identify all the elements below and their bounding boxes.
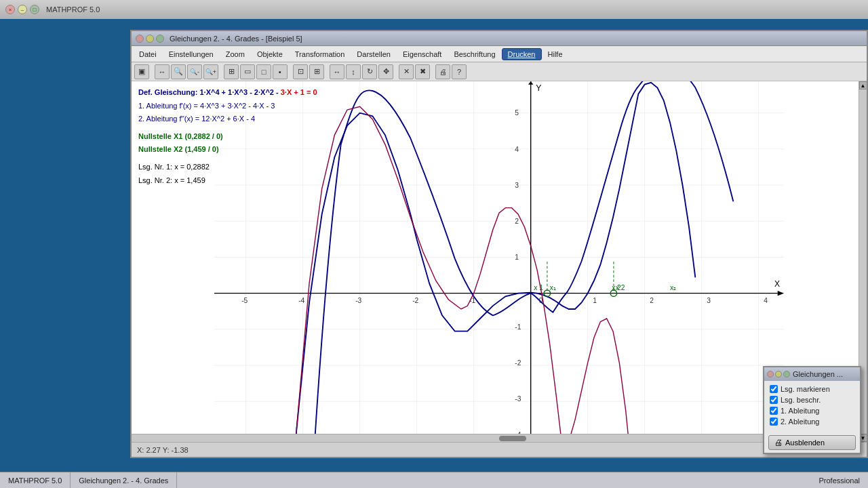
equation-abl2: 2. Ableitung f''(x) = 12·X^2 + 6·X - 4 xyxy=(138,113,317,125)
menu-zoom[interactable]: Zoom xyxy=(220,48,251,60)
tool-rotate[interactable]: ↻ xyxy=(362,64,377,79)
svg-text:x₂: x₂ xyxy=(670,284,676,291)
scrollbar-thumb[interactable] xyxy=(499,436,526,441)
menu-darstellen[interactable]: Darstellen xyxy=(351,48,397,60)
svg-text:-3: -3 xyxy=(515,395,521,403)
inner-window: Gleichungen 2. - 4. Grades - [Beispiel 5… xyxy=(130,30,868,458)
svg-text:2: 2 xyxy=(515,218,519,225)
tool-box2[interactable]: ▪ xyxy=(273,64,288,79)
tool-zoom-reset[interactable]: 🔍+ xyxy=(203,64,218,79)
checkbox-lsg-beschr[interactable]: Lsg. beschr. xyxy=(770,396,854,404)
svg-text:x 2: x 2 xyxy=(612,284,621,291)
lsg1: Lsg. Nr. 1: x = 0,2882 xyxy=(138,161,317,174)
graph-area: X Y -5 -4 -3 -2 -1 0 1 2 3 4 5 4 3 2 1 -… xyxy=(132,81,867,442)
abl1-label: 1. Ableitung xyxy=(781,407,820,415)
tool-zoom-in[interactable]: 🔍 xyxy=(171,64,186,79)
toolbar: ▣ ↔ 🔍 🔍- 🔍+ ⊞ ▭ □ ▪ ⊡ ⊞ ↔ ↕ ↻ ✥ ✕ ✖ 🖨 ? xyxy=(132,62,867,81)
checkbox-lsg-markieren[interactable]: Lsg. markieren xyxy=(770,385,854,393)
menu-einstellungen[interactable]: Einstellungen xyxy=(163,48,220,60)
lsg-beschr-checkbox[interactable] xyxy=(770,396,778,404)
tool-paste[interactable]: ⊞ xyxy=(309,64,324,79)
inner-max-btn[interactable] xyxy=(156,35,164,43)
tool-select[interactable]: ▣ xyxy=(134,64,149,79)
menu-bar: Datei Einstellungen Zoom Objekte Transfo… xyxy=(132,46,867,62)
inner-min-btn[interactable] xyxy=(146,35,154,43)
app-window-controls[interactable]: × – □ xyxy=(5,5,39,14)
gleichungen-panel: Gleichungen ... Lsg. markieren Lsg. besc… xyxy=(763,366,861,454)
checkbox-1-ableitung[interactable]: 1. Ableitung xyxy=(770,407,854,415)
tool-arrow[interactable]: ↔ xyxy=(155,64,170,79)
tool-flip-v[interactable]: ↕ xyxy=(346,64,361,79)
svg-text:-5: -5 xyxy=(241,297,248,304)
svg-text:x 1: x 1 xyxy=(534,284,543,291)
panel-controls[interactable] xyxy=(767,371,790,378)
menu-datei[interactable]: Datei xyxy=(133,48,163,60)
status-module-name: Gleichungen 2. - 4. Grades xyxy=(71,472,177,488)
menu-drucken[interactable]: Drucken xyxy=(502,48,542,60)
abl2-checkbox[interactable] xyxy=(770,418,778,426)
svg-text:X: X xyxy=(774,279,780,289)
svg-text:3: 3 xyxy=(515,182,519,189)
inner-window-controls[interactable] xyxy=(136,35,164,43)
graph-canvas: X Y -5 -4 -3 -2 -1 0 1 2 3 4 5 4 3 2 1 -… xyxy=(132,81,867,442)
abl1-checkbox[interactable] xyxy=(770,407,778,415)
tool-box1[interactable]: □ xyxy=(256,64,271,79)
lsg-markieren-checkbox[interactable] xyxy=(770,385,778,393)
module-label: Gleichungen 2. - 4. Grades xyxy=(79,476,168,485)
menu-eigenschaft[interactable]: Eigenschaft xyxy=(397,48,448,60)
svg-text:-4: -4 xyxy=(298,297,304,304)
status-edition: Professional xyxy=(810,472,868,488)
inner-close-btn[interactable] xyxy=(136,35,144,43)
tool-grid[interactable]: ⊞ xyxy=(224,64,239,79)
nullstelle-x1: Nullstelle X1 (0,2882 / 0) xyxy=(138,131,317,143)
panel-content: Lsg. markieren Lsg. beschr. 1. Ableitung… xyxy=(764,381,860,432)
edition-label: Professional xyxy=(818,476,860,485)
svg-text:4: 4 xyxy=(764,297,768,304)
menu-transformation[interactable]: Transformation xyxy=(289,48,351,60)
coords-display: X: 2.27 Y: -1.38 xyxy=(137,446,189,454)
svg-text:-1: -1 xyxy=(515,323,521,331)
lsg-markieren-label: Lsg. markieren xyxy=(781,385,830,393)
app-title: MATHPROF 5.0 xyxy=(46,5,100,14)
max-btn[interactable]: □ xyxy=(30,5,39,14)
menu-hilfe[interactable]: Hilfe xyxy=(542,48,569,60)
svg-text:3: 3 xyxy=(707,297,711,304)
close-btn[interactable]: × xyxy=(5,5,15,14)
tool-flip-h[interactable]: ↔ xyxy=(330,64,344,79)
left-sidebar xyxy=(0,30,130,458)
equation-abl1: 1. Ableitung f'(x) = 4·X^3 + 3·X^2 - 4·X… xyxy=(138,100,317,113)
svg-text:4: 4 xyxy=(515,146,519,153)
menu-objekte[interactable]: Objekte xyxy=(251,48,289,60)
tool-move[interactable]: ✥ xyxy=(378,64,393,79)
scroll-up-btn[interactable]: ▲ xyxy=(859,81,867,89)
tool-copy[interactable]: ⊡ xyxy=(293,64,308,79)
tool-frame[interactable]: ▭ xyxy=(240,64,255,79)
tool-delete2[interactable]: ✖ xyxy=(415,64,430,79)
tool-delete1[interactable]: ✕ xyxy=(399,64,414,79)
svg-text:Y: Y xyxy=(536,83,541,93)
abl2-label: 2. Ableitung xyxy=(781,418,820,426)
lsg-beschr-label: Lsg. beschr. xyxy=(781,396,821,404)
svg-text:-2: -2 xyxy=(412,297,418,304)
inner-window-title: Gleichungen 2. - 4. Grades - [Beispiel 5… xyxy=(170,35,302,43)
min-btn[interactable]: – xyxy=(18,5,27,14)
panel-max-btn[interactable] xyxy=(783,371,790,378)
panel-min-btn[interactable] xyxy=(775,371,782,378)
inner-status-bar: X: 2.27 Y: -1.38 xyxy=(132,442,867,457)
tool-help[interactable]: ? xyxy=(452,64,467,79)
checkbox-2-ableitung[interactable]: 2. Ableitung xyxy=(770,418,854,426)
app-name-label: MATHPROF 5.0 xyxy=(8,476,62,485)
ausblenden-button[interactable]: 🖨 Ausblenden xyxy=(768,435,856,450)
svg-marker-21 xyxy=(778,291,784,296)
horizontal-scrollbar[interactable] xyxy=(132,434,867,442)
app-title-bar: × – □ MATHPROF 5.0 xyxy=(0,0,868,19)
panel-close-btn[interactable] xyxy=(767,371,774,378)
panel-title-bar: Gleichungen ... xyxy=(764,367,860,381)
tool-zoom-out[interactable]: 🔍- xyxy=(187,64,202,79)
svg-text:-3: -3 xyxy=(355,297,361,304)
menu-beschriftung[interactable]: Beschriftung xyxy=(448,48,501,60)
printer-icon: 🖨 xyxy=(774,438,783,447)
tool-print[interactable]: 🖨 xyxy=(435,64,450,79)
ausblenden-label: Ausblenden xyxy=(785,439,825,447)
nullstelle-x2: Nullstelle X2 (1,459 / 0) xyxy=(138,144,317,156)
